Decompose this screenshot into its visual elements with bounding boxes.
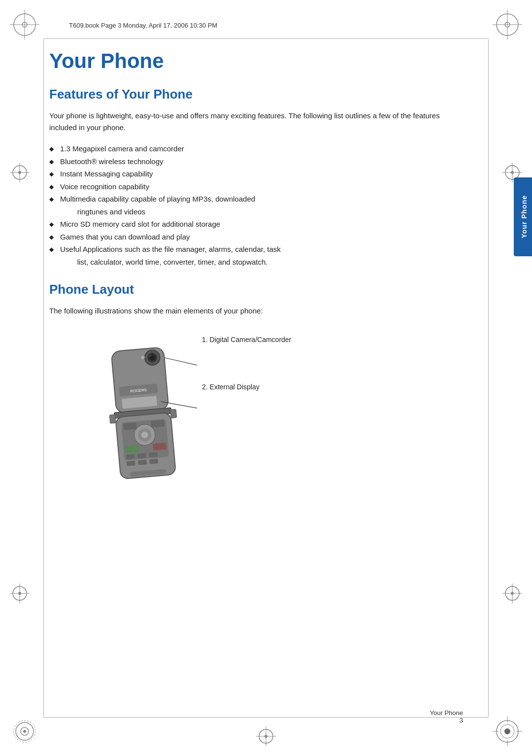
callout-1: 1. Digital Camera/Camcorder bbox=[202, 336, 291, 344]
svg-point-38 bbox=[265, 735, 267, 738]
svg-rect-59 bbox=[153, 443, 166, 450]
svg-rect-64 bbox=[138, 460, 147, 465]
svg-point-26 bbox=[18, 592, 21, 595]
list-item: 1.3 Megapixel camera and camcorder bbox=[49, 142, 453, 155]
list-item-continuation: list, calculator, world time, converter,… bbox=[49, 256, 453, 269]
corner-mark-tr bbox=[493, 10, 522, 39]
svg-rect-65 bbox=[149, 459, 158, 464]
side-tab-label: Your Phone bbox=[520, 195, 528, 239]
list-item: Multimedia capability capable of playing… bbox=[49, 193, 453, 206]
list-item: Micro SD memory card slot for additional… bbox=[49, 218, 453, 231]
features-heading: Features of Your Phone bbox=[49, 87, 453, 102]
footer-page-number: 3 bbox=[430, 717, 463, 724]
list-item: Games that you can download and play bbox=[49, 231, 453, 243]
side-mark-left-top bbox=[10, 163, 30, 182]
corner-mark-tl bbox=[10, 10, 39, 39]
svg-rect-62 bbox=[149, 452, 158, 457]
list-item: Bluetooth® wireless technology bbox=[49, 155, 453, 168]
callout-area: 1. Digital Camera/Camcorder 2. External … bbox=[202, 336, 291, 391]
svg-rect-61 bbox=[137, 453, 146, 458]
side-mark-left-bottom bbox=[10, 584, 30, 603]
svg-point-34 bbox=[511, 592, 514, 595]
svg-rect-57 bbox=[151, 420, 165, 428]
svg-line-68 bbox=[165, 358, 197, 366]
svg-rect-49 bbox=[109, 414, 116, 423]
svg-point-10 bbox=[23, 730, 26, 733]
side-mark-right-bottom bbox=[502, 584, 522, 603]
features-intro: Your phone is lightweight, easy-to-use a… bbox=[49, 110, 453, 134]
callout-2: 2. External Display bbox=[202, 383, 291, 391]
svg-rect-56 bbox=[123, 422, 137, 430]
main-content: Your Phone Features of Your Phone Your p… bbox=[49, 49, 453, 707]
header-file-info: T609.book Page 3 Monday, April 17, 2006 … bbox=[69, 21, 217, 30]
border-bottom bbox=[43, 717, 489, 718]
border-right bbox=[488, 39, 489, 717]
svg-rect-60 bbox=[126, 454, 135, 459]
page-title: Your Phone bbox=[49, 49, 453, 73]
border-top bbox=[43, 38, 489, 39]
border-left bbox=[43, 39, 44, 717]
phone-illustration: ROGERS bbox=[49, 326, 453, 503]
svg-point-22 bbox=[18, 171, 21, 174]
list-item: Useful Applications such as the file man… bbox=[49, 243, 453, 256]
footer-label: Your Phone bbox=[430, 709, 463, 717]
svg-rect-50 bbox=[170, 409, 177, 418]
footer: Your Phone 3 bbox=[430, 709, 463, 724]
side-tab: Your Phone bbox=[514, 177, 532, 256]
layout-intro: The following illustrations show the mai… bbox=[49, 305, 453, 317]
svg-point-44 bbox=[141, 355, 145, 359]
corner-mark-br bbox=[493, 717, 522, 746]
list-item: Voice recognition capability bbox=[49, 180, 453, 193]
svg-rect-63 bbox=[127, 461, 135, 466]
svg-point-14 bbox=[504, 728, 510, 734]
layout-heading: Phone Layout bbox=[49, 282, 453, 297]
svg-rect-58 bbox=[125, 445, 139, 453]
feature-list: 1.3 Megapixel camera and camcorder Bluet… bbox=[49, 142, 453, 268]
corner-mark-bl bbox=[10, 717, 39, 746]
list-item-continuation: ringtunes and videos bbox=[49, 206, 453, 218]
phone-drawing: ROGERS bbox=[89, 340, 197, 489]
svg-point-30 bbox=[511, 171, 514, 174]
side-mark-bottom-center bbox=[256, 726, 276, 746]
list-item: Instant Messaging capability bbox=[49, 168, 453, 180]
